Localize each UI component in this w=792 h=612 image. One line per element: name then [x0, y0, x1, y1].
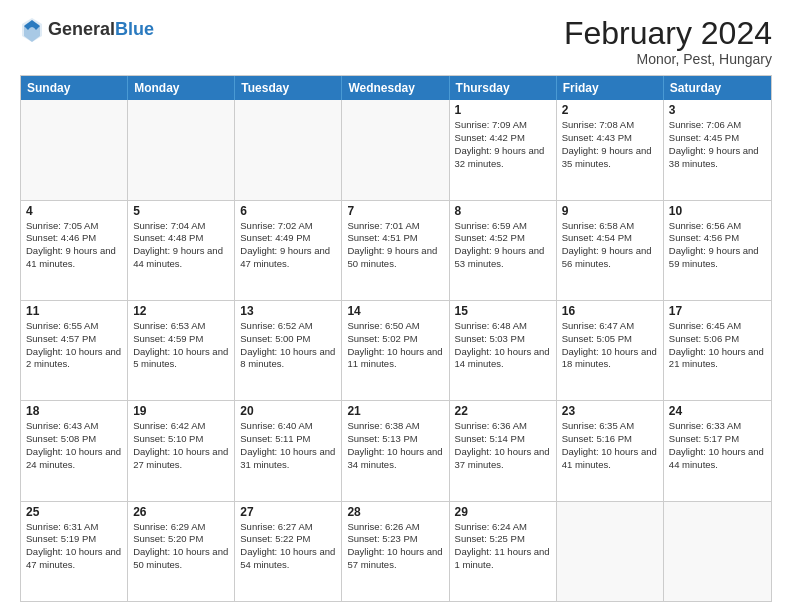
day-info: Sunrise: 7:04 AMSunset: 4:48 PMDaylight:… [133, 220, 229, 271]
day-number: 29 [455, 505, 551, 519]
day-number: 19 [133, 404, 229, 418]
day-number: 22 [455, 404, 551, 418]
day-number: 10 [669, 204, 766, 218]
calendar-cell: 27Sunrise: 6:27 AMSunset: 5:22 PMDayligh… [235, 502, 342, 601]
calendar-row-3: 18Sunrise: 6:43 AMSunset: 5:08 PMDayligh… [21, 401, 771, 501]
calendar-cell: 15Sunrise: 6:48 AMSunset: 5:03 PMDayligh… [450, 301, 557, 400]
logo-icon [20, 16, 44, 44]
title-block: February 2024 Monor, Pest, Hungary [564, 16, 772, 67]
day-info: Sunrise: 6:48 AMSunset: 5:03 PMDaylight:… [455, 320, 551, 371]
header-day-saturday: Saturday [664, 76, 771, 100]
calendar-cell: 24Sunrise: 6:33 AMSunset: 5:17 PMDayligh… [664, 401, 771, 500]
day-number: 21 [347, 404, 443, 418]
day-number: 18 [26, 404, 122, 418]
calendar-cell: 22Sunrise: 6:36 AMSunset: 5:14 PMDayligh… [450, 401, 557, 500]
day-info: Sunrise: 6:40 AMSunset: 5:11 PMDaylight:… [240, 420, 336, 471]
day-number: 27 [240, 505, 336, 519]
calendar-cell: 19Sunrise: 6:42 AMSunset: 5:10 PMDayligh… [128, 401, 235, 500]
calendar-cell: 7Sunrise: 7:01 AMSunset: 4:51 PMDaylight… [342, 201, 449, 300]
day-info: Sunrise: 6:35 AMSunset: 5:16 PMDaylight:… [562, 420, 658, 471]
day-info: Sunrise: 6:36 AMSunset: 5:14 PMDaylight:… [455, 420, 551, 471]
logo-text: GeneralBlue [48, 20, 154, 40]
header-day-thursday: Thursday [450, 76, 557, 100]
day-info: Sunrise: 6:31 AMSunset: 5:19 PMDaylight:… [26, 521, 122, 572]
calendar-cell: 23Sunrise: 6:35 AMSunset: 5:16 PMDayligh… [557, 401, 664, 500]
day-number: 2 [562, 103, 658, 117]
calendar-cell: 1Sunrise: 7:09 AMSunset: 4:42 PMDaylight… [450, 100, 557, 199]
day-info: Sunrise: 6:27 AMSunset: 5:22 PMDaylight:… [240, 521, 336, 572]
header: GeneralBlue February 2024 Monor, Pest, H… [20, 16, 772, 67]
calendar-cell [128, 100, 235, 199]
calendar-cell: 3Sunrise: 7:06 AMSunset: 4:45 PMDaylight… [664, 100, 771, 199]
calendar-body: 1Sunrise: 7:09 AMSunset: 4:42 PMDaylight… [21, 100, 771, 601]
day-number: 9 [562, 204, 658, 218]
calendar-row-4: 25Sunrise: 6:31 AMSunset: 5:19 PMDayligh… [21, 502, 771, 601]
day-number: 7 [347, 204, 443, 218]
day-number: 16 [562, 304, 658, 318]
calendar-cell [342, 100, 449, 199]
calendar-cell: 2Sunrise: 7:08 AMSunset: 4:43 PMDaylight… [557, 100, 664, 199]
day-number: 4 [26, 204, 122, 218]
day-number: 3 [669, 103, 766, 117]
header-day-wednesday: Wednesday [342, 76, 449, 100]
calendar-cell: 18Sunrise: 6:43 AMSunset: 5:08 PMDayligh… [21, 401, 128, 500]
day-info: Sunrise: 6:58 AMSunset: 4:54 PMDaylight:… [562, 220, 658, 271]
calendar-cell: 5Sunrise: 7:04 AMSunset: 4:48 PMDaylight… [128, 201, 235, 300]
main-title: February 2024 [564, 16, 772, 51]
calendar-cell: 6Sunrise: 7:02 AMSunset: 4:49 PMDaylight… [235, 201, 342, 300]
day-number: 14 [347, 304, 443, 318]
calendar-cell: 9Sunrise: 6:58 AMSunset: 4:54 PMDaylight… [557, 201, 664, 300]
calendar-cell: 10Sunrise: 6:56 AMSunset: 4:56 PMDayligh… [664, 201, 771, 300]
day-info: Sunrise: 6:24 AMSunset: 5:25 PMDaylight:… [455, 521, 551, 572]
calendar-row-1: 4Sunrise: 7:05 AMSunset: 4:46 PMDaylight… [21, 201, 771, 301]
logo: GeneralBlue [20, 16, 154, 44]
day-info: Sunrise: 7:05 AMSunset: 4:46 PMDaylight:… [26, 220, 122, 271]
subtitle: Monor, Pest, Hungary [564, 51, 772, 67]
day-info: Sunrise: 6:47 AMSunset: 5:05 PMDaylight:… [562, 320, 658, 371]
calendar-cell: 21Sunrise: 6:38 AMSunset: 5:13 PMDayligh… [342, 401, 449, 500]
day-number: 8 [455, 204, 551, 218]
calendar-cell [557, 502, 664, 601]
logo-general: General [48, 19, 115, 39]
day-number: 20 [240, 404, 336, 418]
day-number: 1 [455, 103, 551, 117]
day-info: Sunrise: 6:43 AMSunset: 5:08 PMDaylight:… [26, 420, 122, 471]
day-info: Sunrise: 6:55 AMSunset: 4:57 PMDaylight:… [26, 320, 122, 371]
day-number: 13 [240, 304, 336, 318]
day-number: 15 [455, 304, 551, 318]
calendar-cell: 29Sunrise: 6:24 AMSunset: 5:25 PMDayligh… [450, 502, 557, 601]
calendar: SundayMondayTuesdayWednesdayThursdayFrid… [20, 75, 772, 602]
day-info: Sunrise: 7:09 AMSunset: 4:42 PMDaylight:… [455, 119, 551, 170]
calendar-cell [235, 100, 342, 199]
day-info: Sunrise: 7:08 AMSunset: 4:43 PMDaylight:… [562, 119, 658, 170]
calendar-cell: 26Sunrise: 6:29 AMSunset: 5:20 PMDayligh… [128, 502, 235, 601]
day-number: 11 [26, 304, 122, 318]
calendar-cell: 14Sunrise: 6:50 AMSunset: 5:02 PMDayligh… [342, 301, 449, 400]
calendar-cell: 8Sunrise: 6:59 AMSunset: 4:52 PMDaylight… [450, 201, 557, 300]
logo-blue: Blue [115, 19, 154, 39]
calendar-cell: 11Sunrise: 6:55 AMSunset: 4:57 PMDayligh… [21, 301, 128, 400]
calendar-cell: 25Sunrise: 6:31 AMSunset: 5:19 PMDayligh… [21, 502, 128, 601]
calendar-row-2: 11Sunrise: 6:55 AMSunset: 4:57 PMDayligh… [21, 301, 771, 401]
day-number: 6 [240, 204, 336, 218]
day-info: Sunrise: 6:33 AMSunset: 5:17 PMDaylight:… [669, 420, 766, 471]
calendar-cell: 20Sunrise: 6:40 AMSunset: 5:11 PMDayligh… [235, 401, 342, 500]
header-day-tuesday: Tuesday [235, 76, 342, 100]
header-day-sunday: Sunday [21, 76, 128, 100]
day-number: 17 [669, 304, 766, 318]
calendar-cell [21, 100, 128, 199]
calendar-cell: 16Sunrise: 6:47 AMSunset: 5:05 PMDayligh… [557, 301, 664, 400]
day-info: Sunrise: 6:26 AMSunset: 5:23 PMDaylight:… [347, 521, 443, 572]
header-day-friday: Friday [557, 76, 664, 100]
day-info: Sunrise: 6:53 AMSunset: 4:59 PMDaylight:… [133, 320, 229, 371]
page: GeneralBlue February 2024 Monor, Pest, H… [0, 0, 792, 612]
day-info: Sunrise: 6:42 AMSunset: 5:10 PMDaylight:… [133, 420, 229, 471]
day-info: Sunrise: 6:56 AMSunset: 4:56 PMDaylight:… [669, 220, 766, 271]
day-info: Sunrise: 7:01 AMSunset: 4:51 PMDaylight:… [347, 220, 443, 271]
day-info: Sunrise: 6:59 AMSunset: 4:52 PMDaylight:… [455, 220, 551, 271]
calendar-header: SundayMondayTuesdayWednesdayThursdayFrid… [21, 76, 771, 100]
day-number: 12 [133, 304, 229, 318]
day-info: Sunrise: 6:45 AMSunset: 5:06 PMDaylight:… [669, 320, 766, 371]
calendar-cell: 17Sunrise: 6:45 AMSunset: 5:06 PMDayligh… [664, 301, 771, 400]
day-info: Sunrise: 6:38 AMSunset: 5:13 PMDaylight:… [347, 420, 443, 471]
